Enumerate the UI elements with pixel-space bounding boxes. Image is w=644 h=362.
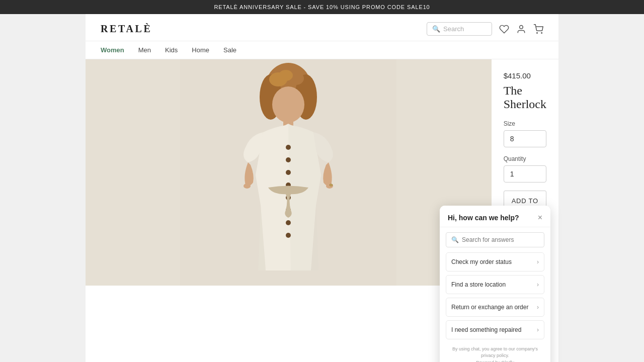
search-placeholder-text: Search (443, 25, 464, 33)
chat-option-repair-label: I need something repaired (451, 326, 521, 333)
announcement-text: RETALÈ ANNIVERSARY SALE - SAVE 10% USING… (214, 4, 430, 10)
svg-point-21 (286, 233, 291, 238)
svg-point-20 (286, 220, 291, 225)
cart-icon[interactable] (533, 24, 543, 34)
chat-option-order-status[interactable]: Check my order status › (446, 252, 544, 272)
main-nav: Women Men Kids Home Sale (86, 41, 558, 59)
store-container: RETALÈ 🔍 Search Women Men Kids Home Sale (86, 14, 558, 362)
chat-option-return-exchange-label: Return or exchange an order (451, 304, 528, 311)
nav-item-home[interactable]: Home (192, 46, 209, 54)
chat-option-order-status-label: Check my order status (451, 258, 512, 265)
wishlist-icon[interactable] (499, 24, 509, 34)
account-icon[interactable] (516, 24, 526, 34)
svg-point-15 (286, 157, 291, 162)
chat-option-store-location[interactable]: Find a store location › (446, 275, 544, 294)
header: RETALÈ 🔍 Search (86, 14, 558, 41)
chat-search-input[interactable] (462, 236, 539, 243)
size-label: Size (504, 120, 546, 127)
chevron-right-icon: › (537, 304, 539, 311)
search-icon: 🔍 (432, 25, 440, 33)
svg-point-9 (279, 70, 293, 81)
announcement-bar: RETALÈ ANNIVERSARY SALE - SAVE 10% USING… (0, 0, 644, 14)
quantity-label: Quantity (504, 155, 546, 162)
chevron-right-icon: › (537, 326, 539, 333)
chat-title: Hi, how can we help? (448, 214, 519, 222)
svg-point-24 (330, 184, 333, 186)
nav-item-men[interactable]: Men (138, 46, 151, 54)
chat-close-button[interactable]: × (538, 214, 542, 222)
svg-point-10 (272, 86, 304, 123)
quantity-selector[interactable]: 1 (504, 165, 546, 183)
nav-item-kids[interactable]: Kids (165, 46, 178, 54)
svg-point-2 (541, 32, 542, 33)
chat-search-box[interactable]: 🔍 (446, 232, 544, 247)
size-selector[interactable]: 8 (504, 130, 546, 147)
nav-item-women[interactable]: Women (101, 46, 124, 54)
svg-point-1 (537, 32, 538, 33)
chat-options: Check my order status › Find a store loc… (440, 252, 550, 339)
svg-point-14 (286, 145, 291, 150)
chat-search-icon: 🔍 (451, 236, 459, 243)
chevron-right-icon: › (537, 258, 539, 265)
nav-item-sale[interactable]: Sale (223, 46, 236, 54)
logo: RETALÈ (101, 23, 152, 35)
product-title: The Sherlock (504, 84, 546, 111)
svg-point-16 (286, 170, 291, 175)
svg-point-22 (244, 184, 251, 189)
product-image (86, 59, 492, 286)
chat-option-return-exchange[interactable]: Return or exchange an order › (446, 298, 544, 317)
chat-option-store-location-label: Find a store location (451, 281, 506, 288)
product-price: $415.00 (504, 71, 546, 80)
svg-point-0 (520, 25, 523, 29)
chat-option-repair[interactable]: I need something repaired › (446, 320, 544, 339)
chat-footer-text: By using chat, you agree to our company'… (440, 343, 550, 363)
search-box[interactable]: 🔍 Search (427, 22, 492, 36)
chat-header: Hi, how can we help? × (440, 206, 550, 227)
chevron-right-icon: › (537, 281, 539, 288)
chat-widget: Hi, how can we help? × 🔍 Check my order … (440, 206, 550, 363)
header-icons: 🔍 Search (427, 22, 543, 36)
